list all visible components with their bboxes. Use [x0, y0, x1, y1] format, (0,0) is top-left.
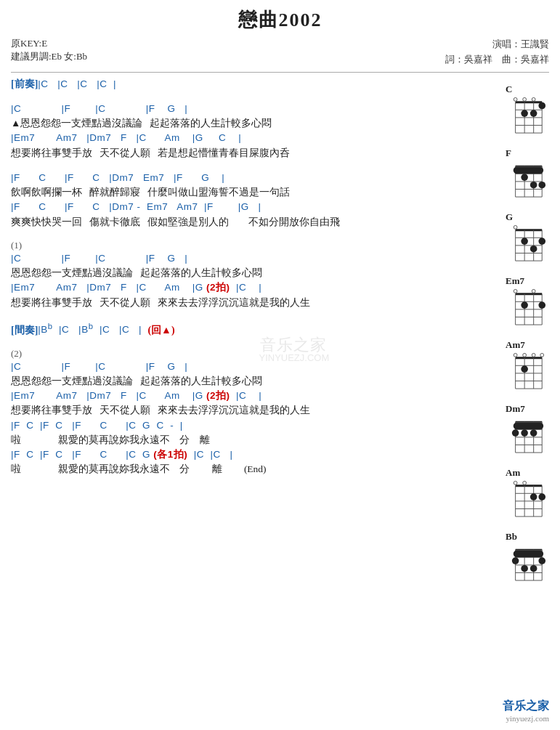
- chord-name-F: F: [506, 147, 511, 159]
- svg-point-63: [514, 353, 517, 357]
- svg-point-50: [514, 289, 517, 293]
- svg-point-10: [523, 97, 527, 101]
- chord-diagram-F: F: [502, 147, 553, 198]
- chord-svg-G: [509, 224, 545, 262]
- chord-svg-F: [509, 161, 545, 198]
- verse2-chord2: |F C |F C |Dm7 - Em7 Am7 |F |G |: [11, 200, 491, 214]
- svg-point-107: [512, 557, 519, 564]
- svg-point-11: [532, 97, 535, 101]
- section-verse2: |F C |F C |Dm7 Em7 |F G | 飲啊飲啊攔一杯 醉就醉歸寢 …: [11, 171, 491, 230]
- bottom-logo-main: 音乐之家: [503, 699, 549, 714]
- verse1-chord2: |Em7 Am7 |Dm7 F |C Am |G C |: [11, 131, 491, 145]
- section-verse1: |C |F |C |F G | ▲恩恩怨怨一支煙點過沒議論 起起落落的人生計較多…: [11, 102, 491, 161]
- section-interlude: [間奏]|Bb |C |Bb |C |C | (回▲): [11, 320, 491, 338]
- content-area: [前奏]|C |C |C |C | |C |F |C |F G | ▲恩恩怨怨一…: [11, 77, 549, 477]
- svg-point-65: [532, 353, 535, 357]
- chord-diagram-C: C: [502, 84, 553, 134]
- interlude-chords: |Bb |C |Bb |C |C |: [38, 324, 147, 335]
- chord-svg-Bb: [509, 544, 545, 582]
- chorus2-chord1: |C |F |C |F G |: [11, 360, 491, 374]
- verse1-lyric1: ▲恩恩怨怨一支煙點過沒議論 起起落落的人生計較多心悶: [11, 116, 491, 131]
- key-info: 原KEY:E: [11, 37, 87, 50]
- svg-point-12: [538, 102, 545, 110]
- chorus2-lyric3: 啦 親愛的莫再說妳我永遠不 分 離: [11, 433, 491, 447]
- svg-point-27: [538, 182, 545, 189]
- composer-info: 曲：吳嘉祥: [502, 54, 549, 65]
- svg-point-106: [538, 557, 545, 564]
- chord-svg-C: [509, 97, 545, 134]
- chord-panel: C: [502, 84, 553, 582]
- meta-left: 原KEY:E 建議男調:Eb 女:Bb: [11, 37, 87, 68]
- verse1-lyric2: 想要將往事雙手放 天不從人願 若是想起懵懂青春目屎腹內呑: [11, 146, 491, 161]
- chord-name-Am7: Am7: [506, 339, 525, 351]
- chord-svg-Em7: [509, 288, 545, 326]
- chorus1-lyric2: 想要將往事雙手放 天不從人願 來來去去浮浮沉沉這就是我的人生: [11, 296, 491, 310]
- svg-point-79: [512, 429, 519, 437]
- chord-name-Dm7: Dm7: [506, 403, 525, 415]
- prelude-label: [前奏]: [11, 78, 38, 89]
- verse2-chord1: |F C |F C |Dm7 Em7 |F G |: [11, 171, 491, 185]
- svg-point-80: [530, 429, 537, 437]
- chord-name-G: G: [506, 211, 513, 223]
- lyricist-info: 詞：吳嘉祥: [445, 54, 492, 65]
- svg-point-52: [521, 301, 528, 309]
- chord-name-Am: Am: [506, 467, 520, 479]
- svg-point-13: [530, 110, 537, 117]
- bottom-logo: 音乐之家 yinyuezj.com: [503, 699, 549, 723]
- chorus2-chord3: |F C |F C |F C |C G C - |: [11, 418, 491, 433]
- svg-point-37: [514, 225, 517, 229]
- verse2-lyric1: 飲啊飲啊攔一杯 醉就醉歸寢 什麼叫做山盟海誓不過是一句話: [11, 185, 491, 200]
- svg-point-64: [523, 353, 527, 357]
- svg-point-53: [538, 301, 545, 309]
- section-chorus1: (1) |C |F |C |F G | 恩恩怨怨一支煙點過沒議論 起起落落的人生…: [11, 240, 491, 310]
- chord-name-Bb: Bb: [506, 531, 517, 543]
- singer-info: 演唱：王識賢: [445, 37, 549, 52]
- chord-diagram-Am7: Am7: [502, 339, 553, 390]
- chord-diagram-Am: Am: [502, 467, 553, 518]
- chorus1-lyric1: 恩恩怨怨一支煙點過沒議論 起起落落的人生計較多心悶: [11, 266, 491, 280]
- page: 戀曲2002 原KEY:E 建議男調:Eb 女:Bb 演唱：王識賢 詞：吳嘉祥 …: [0, 0, 560, 730]
- svg-point-9: [514, 97, 517, 101]
- song-title: 戀曲2002: [11, 7, 549, 33]
- chorus2-lyric1: 恩恩怨怨一支煙點過沒議論 起起落落的人生計較多心悶: [11, 374, 491, 389]
- svg-point-104: [521, 565, 528, 572]
- chorus2-lyric2: 想要將往事雙手放 天不從人願 來來去去浮浮沉沉這就是我的人生: [11, 403, 491, 418]
- chord-name-C: C: [506, 84, 512, 95]
- chord-diagram-Bb: Bb: [502, 531, 553, 582]
- chorus1-chord1: |C |F |C |F G |: [11, 251, 491, 266]
- divider-top: [11, 72, 549, 73]
- svg-point-38: [521, 238, 528, 245]
- svg-point-93: [538, 493, 545, 500]
- chord-diagram-G: G: [502, 211, 553, 262]
- chorus1-chord2: |Em7 Am7 |Dm7 F |C Am |G (2拍) |C |: [11, 280, 491, 295]
- section-chorus2: (2) |C |F |C |F G | 恩恩怨怨一支煙點過沒議論 起起落落的人生…: [11, 348, 491, 477]
- chorus2-label: (2): [11, 348, 491, 360]
- meta-row: 原KEY:E 建議男調:Eb 女:Bb 演唱：王識賢 詞：吳嘉祥 曲：吳嘉祥: [11, 37, 549, 68]
- chorus2-lyric4: 啦 親愛的莫再說妳我永遠不 分 離 (End): [11, 462, 491, 476]
- bottom-logo-sub: yinyuezj.com: [503, 714, 549, 723]
- svg-point-39: [530, 246, 537, 253]
- suggestion-info: 建議男調:Eb 女:Bb: [11, 50, 87, 63]
- verse1-chord1: |C |F |C |F G |: [11, 102, 491, 116]
- svg-point-67: [521, 365, 528, 373]
- chord-svg-Dm7: [509, 416, 545, 454]
- chord-diagram-Dm7: Dm7: [502, 403, 553, 454]
- chord-name-Em7: Em7: [506, 275, 524, 287]
- svg-rect-103: [514, 551, 543, 558]
- interlude-label: [間奏]: [11, 324, 38, 335]
- meta-right: 演唱：王識賢 詞：吳嘉祥 曲：吳嘉祥: [445, 37, 549, 68]
- chord-diagram-Em7: Em7: [502, 275, 553, 326]
- svg-rect-24: [514, 167, 543, 174]
- svg-point-40: [538, 238, 545, 245]
- verse2-lyric2: 爽爽快快哭一回 傷就卡徹底 假如堅強是別人的 不如分開放你自由飛: [11, 215, 491, 230]
- svg-point-92: [530, 493, 537, 500]
- svg-point-66: [540, 353, 544, 357]
- svg-point-26: [530, 182, 537, 189]
- svg-point-105: [530, 565, 537, 572]
- svg-point-14: [521, 110, 528, 117]
- repeat-symbol: (回▲): [147, 324, 174, 335]
- chord-svg-Am: [509, 480, 545, 518]
- credits-info: 詞：吳嘉祥 曲：吳嘉祥: [445, 52, 549, 68]
- svg-point-90: [514, 481, 517, 484]
- svg-point-91: [523, 481, 527, 484]
